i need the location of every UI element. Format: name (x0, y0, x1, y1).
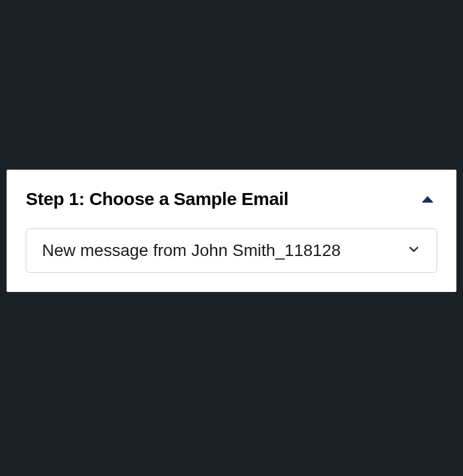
chevron-down-icon (407, 242, 421, 259)
step-card: Step 1: Choose a Sample Email New messag… (7, 170, 456, 292)
card-header: Step 1: Choose a Sample Email (26, 189, 437, 209)
step-title: Step 1: Choose a Sample Email (26, 189, 288, 209)
sample-email-select[interactable]: New message from John Smith_118128 (26, 228, 437, 273)
select-value: New message from John Smith_118128 (42, 241, 341, 260)
caret-up-icon[interactable] (422, 196, 434, 203)
